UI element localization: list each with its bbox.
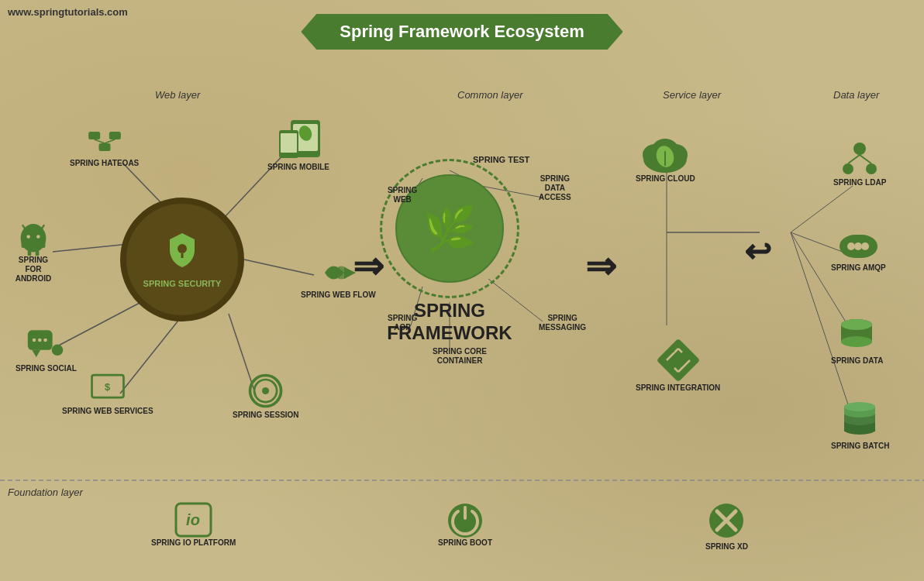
arrow-2: ⇒ — [585, 244, 616, 287]
spring-test-node: SPRING TEST — [473, 155, 529, 165]
spring-webservices-node: $ SPRING WEB SERVICES — [62, 368, 153, 416]
session-icon — [247, 372, 285, 411]
amqp-icon — [837, 229, 880, 263]
android-icon — [14, 217, 53, 256]
spring-webservices-label: SPRING WEB SERVICES — [62, 407, 153, 416]
page-title: Spring Framework Ecosystem — [301, 14, 622, 50]
spring-core-node: SPRING CORE CONTAINER — [433, 347, 487, 366]
spring-session-label: SPRING SESSION — [233, 411, 299, 420]
cloud-icon — [638, 132, 692, 174]
svg-text:io: io — [186, 511, 200, 528]
common-layer-label: Common layer — [457, 89, 523, 101]
svg-point-29 — [26, 235, 30, 239]
svg-rect-51 — [281, 133, 297, 153]
svg-rect-23 — [88, 132, 100, 139]
spring-boot-label: SPRING BOOT — [438, 538, 492, 548]
svg-line-64 — [860, 155, 871, 163]
service-layer-label: Service layer — [663, 89, 721, 101]
spring-test-label: SPRING TEST — [473, 155, 529, 165]
io-icon: io — [172, 500, 215, 538]
svg-point-71 — [841, 336, 872, 347]
svg-rect-25 — [98, 143, 110, 151]
spring-android-label: SPRING FOR ANDROID — [16, 256, 52, 284]
batch-icon — [839, 399, 881, 442]
xd-icon — [705, 500, 748, 542]
spring-data-label: SPRING DATA — [831, 356, 883, 366]
svg-text:$: $ — [105, 381, 110, 393]
spring-session-node: SPRING SESSION — [233, 372, 299, 420]
security-icon — [167, 232, 198, 276]
spring-aop-label: SPRING AOP — [388, 314, 417, 332]
spring-web-node: SPRING WEB — [388, 186, 417, 205]
svg-line-26 — [94, 139, 104, 143]
svg-marker-38 — [33, 350, 41, 357]
svg-point-61 — [843, 163, 853, 174]
svg-point-21 — [178, 244, 187, 253]
integration-icon — [651, 333, 705, 383]
hateoas-icon — [85, 120, 124, 159]
spring-data-node: SPRING DATA — [831, 314, 883, 366]
spring-ldap-node: SPRING LDAP — [833, 139, 886, 187]
svg-point-66 — [847, 242, 855, 250]
spring-amqp-label: SPRING AMQP — [831, 263, 886, 273]
ldap-icon — [840, 139, 879, 178]
svg-rect-24 — [109, 132, 120, 139]
svg-line-63 — [848, 155, 860, 163]
foundation-layer-label: Foundation layer — [8, 486, 83, 498]
svg-point-62 — [866, 163, 877, 174]
spring-messaging-node: SPRING MESSAGING — [539, 314, 586, 332]
spring-integration-label: SPRING INTEGRATION — [636, 383, 720, 393]
mobile-icon — [271, 108, 326, 163]
spring-android-node: SPRING FOR ANDROID — [14, 217, 53, 284]
spring-framework-center: 🌿 SPRING FRAMEWORK — [380, 159, 519, 298]
spring-hateoas-label: SPRING HATEOAS — [70, 159, 139, 168]
svg-point-41 — [38, 339, 42, 342]
webservices-icon: $ — [88, 368, 127, 407]
arrow-3: ↩ — [744, 232, 771, 270]
svg-point-30 — [36, 235, 40, 239]
spring-ldap-label: SPRING LDAP — [833, 178, 886, 187]
spring-core-label: SPRING CORE CONTAINER — [433, 347, 487, 366]
spring-dataaccess-node: SPRING DATA ACCESS — [539, 174, 571, 202]
svg-rect-59 — [656, 339, 700, 383]
spring-io-node: io SPRING IO PLATFORM — [151, 500, 236, 548]
svg-rect-36 — [36, 249, 40, 256]
data-icon — [836, 314, 878, 356]
svg-point-60 — [853, 143, 866, 155]
svg-point-79 — [844, 402, 875, 411]
spring-xd-label: SPRING XD — [705, 542, 748, 552]
svg-rect-33 — [22, 239, 26, 248]
svg-point-42 — [44, 339, 48, 342]
boot-icon — [444, 500, 487, 538]
web-layer-label: Web layer — [155, 89, 200, 101]
svg-point-39 — [52, 345, 64, 356]
spring-batch-node: SPRING BATCH — [831, 399, 889, 451]
data-layer-label: Data layer — [833, 89, 879, 101]
svg-point-47 — [262, 387, 269, 394]
watermark: www.springtutorials.com — [8, 6, 128, 18]
spring-boot-node: SPRING BOOT — [438, 500, 492, 548]
spring-security-label: SPRING SECURITY — [143, 279, 222, 288]
svg-rect-35 — [28, 249, 32, 256]
svg-point-40 — [33, 339, 36, 342]
svg-rect-34 — [42, 239, 46, 248]
spring-webflow-label: SPRING WEB FLOW — [301, 290, 376, 300]
leaf-outer-ring: 🌿 — [380, 159, 519, 298]
svg-line-27 — [105, 139, 115, 143]
svg-point-72 — [841, 319, 872, 330]
spring-amqp-node: SPRING AMQP — [831, 229, 886, 273]
spring-social-node: SPRING SOCIAL — [16, 325, 77, 373]
svg-point-67 — [854, 242, 862, 250]
leaf-symbol: 🌿 — [423, 204, 477, 254]
social-icon — [26, 325, 65, 364]
spring-cloud-node: SPRING CLOUD — [636, 132, 695, 184]
spring-messaging-label: SPRING MESSAGING — [539, 314, 586, 332]
spring-io-label: SPRING IO PLATFORM — [151, 538, 236, 548]
spring-xd-node: SPRING XD — [705, 500, 748, 552]
spring-dataaccess-label: SPRING DATA ACCESS — [539, 174, 571, 202]
spring-security-node: SPRING SECURITY — [120, 198, 244, 321]
spring-web-label: SPRING WEB — [388, 186, 417, 205]
spring-cloud-label: SPRING CLOUD — [636, 174, 695, 184]
arrow-1: ⇒ — [353, 244, 384, 287]
spring-mobile-node: SPRING MOBILE — [267, 108, 329, 172]
